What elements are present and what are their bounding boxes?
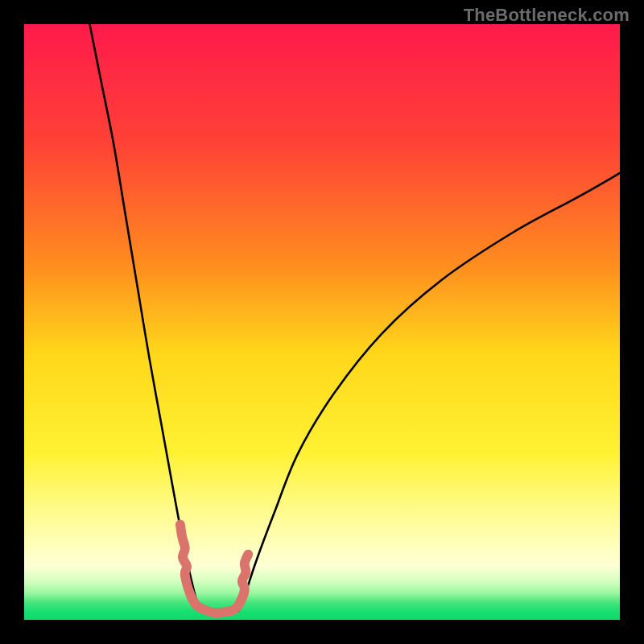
chart-svg xyxy=(24,24,620,620)
chart-root: TheBottleneck.com xyxy=(0,0,644,644)
chart-background xyxy=(24,24,620,620)
plot-area xyxy=(24,24,620,620)
watermark-text: TheBottleneck.com xyxy=(464,5,630,26)
